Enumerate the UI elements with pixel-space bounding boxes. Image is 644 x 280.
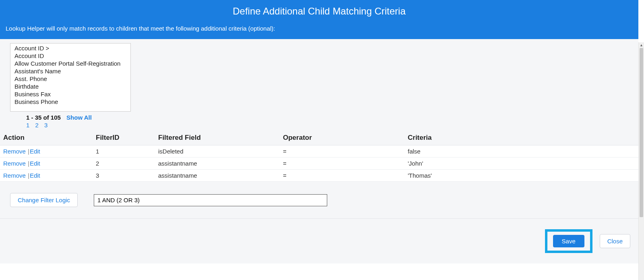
field-option[interactable]: Business Phone bbox=[10, 98, 130, 106]
cell-field: isDeleted bbox=[155, 145, 280, 158]
save-highlight: Save bbox=[545, 229, 592, 253]
dialog-title: Define Additional Child Matching Criteri… bbox=[6, 6, 633, 17]
cell-operator: = bbox=[280, 145, 405, 158]
field-option[interactable]: Business Fax bbox=[10, 90, 130, 98]
field-option[interactable]: Account ID bbox=[10, 52, 130, 60]
paging-info: 1 - 35 of 105 bbox=[26, 114, 61, 121]
table-row: Remove |Edit 3 assistantname = 'Thomas' bbox=[0, 170, 638, 182]
edit-link[interactable]: Edit bbox=[30, 148, 40, 155]
cell-operator: = bbox=[280, 170, 405, 182]
cell-operator: = bbox=[280, 158, 405, 170]
cell-filterid: 3 bbox=[93, 170, 155, 182]
show-all-link[interactable]: Show All bbox=[66, 114, 92, 121]
page-link[interactable]: 1 bbox=[26, 122, 29, 129]
col-header-filterid: FilterID bbox=[93, 131, 155, 145]
save-button[interactable]: Save bbox=[553, 235, 584, 247]
cell-criteria: 'Thomas' bbox=[405, 170, 638, 182]
cell-criteria: false bbox=[405, 145, 638, 158]
cell-filterid: 2 bbox=[93, 158, 155, 170]
page-link[interactable]: 2 bbox=[35, 122, 39, 129]
dialog-header: Define Additional Child Matching Criteri… bbox=[0, 0, 638, 39]
criteria-table: Action FilterID Filtered Field Operator … bbox=[0, 131, 638, 182]
field-option[interactable]: Allow Customer Portal Self-Registration bbox=[10, 60, 130, 67]
action-separator: | bbox=[28, 160, 29, 167]
remove-link[interactable]: Remove bbox=[3, 172, 26, 179]
change-filter-logic-button[interactable]: Change Filter Logic bbox=[10, 193, 78, 207]
edit-link[interactable]: Edit bbox=[30, 160, 40, 167]
field-option[interactable]: Asst. Phone bbox=[10, 75, 130, 83]
col-header-action: Action bbox=[0, 131, 93, 145]
col-header-operator: Operator bbox=[280, 131, 405, 145]
table-row: Remove |Edit 2 assistantname = 'John' bbox=[0, 158, 638, 170]
cell-criteria: 'John' bbox=[405, 158, 638, 170]
field-picker-listbox[interactable]: Account ID > Account ID Allow Customer P… bbox=[10, 43, 131, 112]
cell-field: assistantname bbox=[155, 170, 280, 182]
action-separator: | bbox=[28, 172, 29, 179]
page-links: 1 2 3 bbox=[26, 122, 638, 129]
cell-filterid: 1 bbox=[93, 145, 155, 158]
col-header-field: Filtered Field bbox=[155, 131, 280, 145]
scroll-thumb[interactable] bbox=[640, 48, 643, 217]
remove-link[interactable]: Remove bbox=[3, 148, 26, 155]
action-separator: | bbox=[28, 148, 29, 155]
dialog-subtitle: Lookup Helper will only match records to… bbox=[6, 25, 633, 32]
table-row: Remove |Edit 1 isDeleted = false bbox=[0, 145, 638, 158]
col-header-criteria: Criteria bbox=[405, 131, 638, 145]
scroll-up-icon[interactable]: ▲ bbox=[639, 42, 644, 48]
remove-link[interactable]: Remove bbox=[3, 160, 26, 167]
field-option[interactable]: Birthdate bbox=[10, 83, 130, 90]
filter-logic-input[interactable] bbox=[94, 194, 327, 206]
cell-field: assistantname bbox=[155, 158, 280, 170]
field-option[interactable]: Account ID > bbox=[10, 44, 130, 52]
page-scrollbar[interactable]: ▲ bbox=[638, 42, 644, 280]
close-button[interactable]: Close bbox=[600, 234, 630, 248]
edit-link[interactable]: Edit bbox=[30, 172, 40, 179]
field-option[interactable]: Assistant's Name bbox=[10, 67, 130, 75]
page-link[interactable]: 3 bbox=[44, 122, 47, 129]
